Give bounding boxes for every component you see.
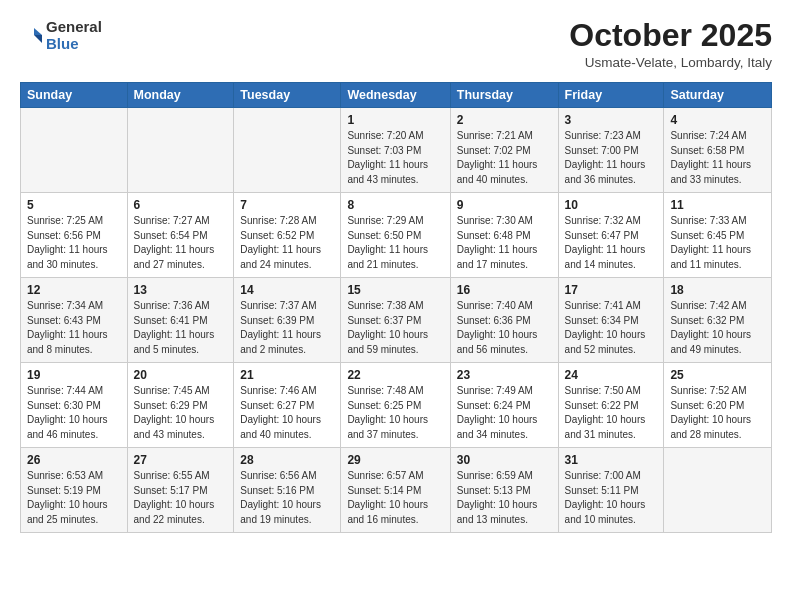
day-number: 8	[347, 198, 443, 212]
day-number: 15	[347, 283, 443, 297]
table-row: 21Sunrise: 7:46 AM Sunset: 6:27 PM Dayli…	[234, 363, 341, 448]
col-tuesday: Tuesday	[234, 83, 341, 108]
day-info: Sunrise: 7:24 AM Sunset: 6:58 PM Dayligh…	[670, 129, 765, 187]
day-info: Sunrise: 7:23 AM Sunset: 7:00 PM Dayligh…	[565, 129, 658, 187]
col-monday: Monday	[127, 83, 234, 108]
table-row: 24Sunrise: 7:50 AM Sunset: 6:22 PM Dayli…	[558, 363, 664, 448]
logo: General Blue	[20, 18, 102, 53]
calendar-week-row: 19Sunrise: 7:44 AM Sunset: 6:30 PM Dayli…	[21, 363, 772, 448]
calendar-subtitle: Usmate-Velate, Lombardy, Italy	[569, 55, 772, 70]
table-row: 15Sunrise: 7:38 AM Sunset: 6:37 PM Dayli…	[341, 278, 450, 363]
day-info: Sunrise: 7:32 AM Sunset: 6:47 PM Dayligh…	[565, 214, 658, 272]
table-row: 13Sunrise: 7:36 AM Sunset: 6:41 PM Dayli…	[127, 278, 234, 363]
day-number: 4	[670, 113, 765, 127]
day-info: Sunrise: 7:00 AM Sunset: 5:11 PM Dayligh…	[565, 469, 658, 527]
day-info: Sunrise: 7:28 AM Sunset: 6:52 PM Dayligh…	[240, 214, 334, 272]
calendar-week-row: 26Sunrise: 6:53 AM Sunset: 5:19 PM Dayli…	[21, 448, 772, 533]
day-info: Sunrise: 7:52 AM Sunset: 6:20 PM Dayligh…	[670, 384, 765, 442]
day-number: 11	[670, 198, 765, 212]
day-info: Sunrise: 7:49 AM Sunset: 6:24 PM Dayligh…	[457, 384, 552, 442]
col-saturday: Saturday	[664, 83, 772, 108]
table-row: 12Sunrise: 7:34 AM Sunset: 6:43 PM Dayli…	[21, 278, 128, 363]
table-row: 16Sunrise: 7:40 AM Sunset: 6:36 PM Dayli…	[450, 278, 558, 363]
day-info: Sunrise: 6:57 AM Sunset: 5:14 PM Dayligh…	[347, 469, 443, 527]
table-row: 27Sunrise: 6:55 AM Sunset: 5:17 PM Dayli…	[127, 448, 234, 533]
table-row: 6Sunrise: 7:27 AM Sunset: 6:54 PM Daylig…	[127, 193, 234, 278]
day-number: 12	[27, 283, 121, 297]
day-info: Sunrise: 6:56 AM Sunset: 5:16 PM Dayligh…	[240, 469, 334, 527]
table-row: 19Sunrise: 7:44 AM Sunset: 6:30 PM Dayli…	[21, 363, 128, 448]
day-info: Sunrise: 6:55 AM Sunset: 5:17 PM Dayligh…	[134, 469, 228, 527]
day-number: 17	[565, 283, 658, 297]
day-info: Sunrise: 7:48 AM Sunset: 6:25 PM Dayligh…	[347, 384, 443, 442]
day-number: 28	[240, 453, 334, 467]
logo-text: General Blue	[46, 18, 102, 53]
day-info: Sunrise: 7:37 AM Sunset: 6:39 PM Dayligh…	[240, 299, 334, 357]
day-info: Sunrise: 7:45 AM Sunset: 6:29 PM Dayligh…	[134, 384, 228, 442]
day-number: 30	[457, 453, 552, 467]
day-number: 18	[670, 283, 765, 297]
logo-general: General	[46, 18, 102, 35]
day-number: 27	[134, 453, 228, 467]
day-number: 10	[565, 198, 658, 212]
col-friday: Friday	[558, 83, 664, 108]
day-info: Sunrise: 7:36 AM Sunset: 6:41 PM Dayligh…	[134, 299, 228, 357]
calendar-week-row: 12Sunrise: 7:34 AM Sunset: 6:43 PM Dayli…	[21, 278, 772, 363]
day-number: 29	[347, 453, 443, 467]
table-row: 1Sunrise: 7:20 AM Sunset: 7:03 PM Daylig…	[341, 108, 450, 193]
table-row: 18Sunrise: 7:42 AM Sunset: 6:32 PM Dayli…	[664, 278, 772, 363]
table-row: 7Sunrise: 7:28 AM Sunset: 6:52 PM Daylig…	[234, 193, 341, 278]
day-number: 22	[347, 368, 443, 382]
day-info: Sunrise: 7:33 AM Sunset: 6:45 PM Dayligh…	[670, 214, 765, 272]
day-number: 7	[240, 198, 334, 212]
svg-marker-0	[34, 28, 42, 35]
day-number: 14	[240, 283, 334, 297]
day-info: Sunrise: 7:42 AM Sunset: 6:32 PM Dayligh…	[670, 299, 765, 357]
col-thursday: Thursday	[450, 83, 558, 108]
table-row: 4Sunrise: 7:24 AM Sunset: 6:58 PM Daylig…	[664, 108, 772, 193]
page: General Blue October 2025 Usmate-Velate,…	[0, 0, 792, 551]
table-row: 22Sunrise: 7:48 AM Sunset: 6:25 PM Dayli…	[341, 363, 450, 448]
day-number: 25	[670, 368, 765, 382]
calendar-table: Sunday Monday Tuesday Wednesday Thursday…	[20, 82, 772, 533]
table-row: 8Sunrise: 7:29 AM Sunset: 6:50 PM Daylig…	[341, 193, 450, 278]
day-info: Sunrise: 7:20 AM Sunset: 7:03 PM Dayligh…	[347, 129, 443, 187]
table-row: 14Sunrise: 7:37 AM Sunset: 6:39 PM Dayli…	[234, 278, 341, 363]
table-row	[127, 108, 234, 193]
table-row: 20Sunrise: 7:45 AM Sunset: 6:29 PM Dayli…	[127, 363, 234, 448]
table-row	[234, 108, 341, 193]
day-number: 16	[457, 283, 552, 297]
table-row: 17Sunrise: 7:41 AM Sunset: 6:34 PM Dayli…	[558, 278, 664, 363]
table-row: 5Sunrise: 7:25 AM Sunset: 6:56 PM Daylig…	[21, 193, 128, 278]
table-row: 3Sunrise: 7:23 AM Sunset: 7:00 PM Daylig…	[558, 108, 664, 193]
day-info: Sunrise: 7:21 AM Sunset: 7:02 PM Dayligh…	[457, 129, 552, 187]
day-number: 6	[134, 198, 228, 212]
header: General Blue October 2025 Usmate-Velate,…	[20, 18, 772, 70]
table-row: 11Sunrise: 7:33 AM Sunset: 6:45 PM Dayli…	[664, 193, 772, 278]
day-info: Sunrise: 7:50 AM Sunset: 6:22 PM Dayligh…	[565, 384, 658, 442]
day-number: 1	[347, 113, 443, 127]
table-row	[21, 108, 128, 193]
calendar-header-row: Sunday Monday Tuesday Wednesday Thursday…	[21, 83, 772, 108]
day-info: Sunrise: 7:27 AM Sunset: 6:54 PM Dayligh…	[134, 214, 228, 272]
day-info: Sunrise: 7:38 AM Sunset: 6:37 PM Dayligh…	[347, 299, 443, 357]
day-info: Sunrise: 7:25 AM Sunset: 6:56 PM Dayligh…	[27, 214, 121, 272]
day-number: 23	[457, 368, 552, 382]
table-row: 10Sunrise: 7:32 AM Sunset: 6:47 PM Dayli…	[558, 193, 664, 278]
day-number: 20	[134, 368, 228, 382]
day-info: Sunrise: 7:46 AM Sunset: 6:27 PM Dayligh…	[240, 384, 334, 442]
day-info: Sunrise: 7:41 AM Sunset: 6:34 PM Dayligh…	[565, 299, 658, 357]
day-info: Sunrise: 7:44 AM Sunset: 6:30 PM Dayligh…	[27, 384, 121, 442]
calendar-week-row: 1Sunrise: 7:20 AM Sunset: 7:03 PM Daylig…	[21, 108, 772, 193]
logo-blue: Blue	[46, 35, 102, 52]
day-info: Sunrise: 7:40 AM Sunset: 6:36 PM Dayligh…	[457, 299, 552, 357]
table-row: 28Sunrise: 6:56 AM Sunset: 5:16 PM Dayli…	[234, 448, 341, 533]
table-row: 31Sunrise: 7:00 AM Sunset: 5:11 PM Dayli…	[558, 448, 664, 533]
table-row: 30Sunrise: 6:59 AM Sunset: 5:13 PM Dayli…	[450, 448, 558, 533]
day-number: 24	[565, 368, 658, 382]
table-row: 26Sunrise: 6:53 AM Sunset: 5:19 PM Dayli…	[21, 448, 128, 533]
calendar-title: October 2025	[569, 18, 772, 53]
svg-marker-1	[34, 35, 42, 43]
table-row: 29Sunrise: 6:57 AM Sunset: 5:14 PM Dayli…	[341, 448, 450, 533]
day-number: 5	[27, 198, 121, 212]
